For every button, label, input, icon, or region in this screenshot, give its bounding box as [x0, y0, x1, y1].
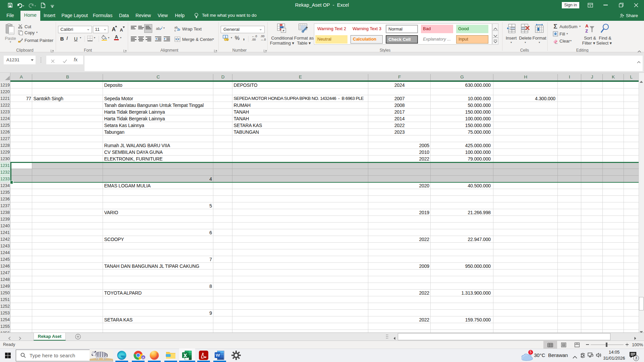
svg-text:ab: ab — [156, 26, 160, 31]
svg-text:A: A — [115, 35, 118, 40]
svg-text:.00: .00 — [252, 38, 256, 41]
svg-text:←.0: ←.0 — [252, 35, 257, 38]
svg-text:A: A — [585, 23, 589, 28]
svg-text:≠: ≠ — [282, 28, 284, 33]
svg-text:.00: .00 — [260, 35, 265, 38]
svg-text:$: $ — [225, 35, 226, 39]
svg-text:¢: ¢ — [227, 39, 228, 41]
svg-text:c: c — [174, 29, 176, 32]
svg-text:Z: Z — [585, 28, 588, 34]
svg-text:→.0: →.0 — [260, 38, 266, 41]
